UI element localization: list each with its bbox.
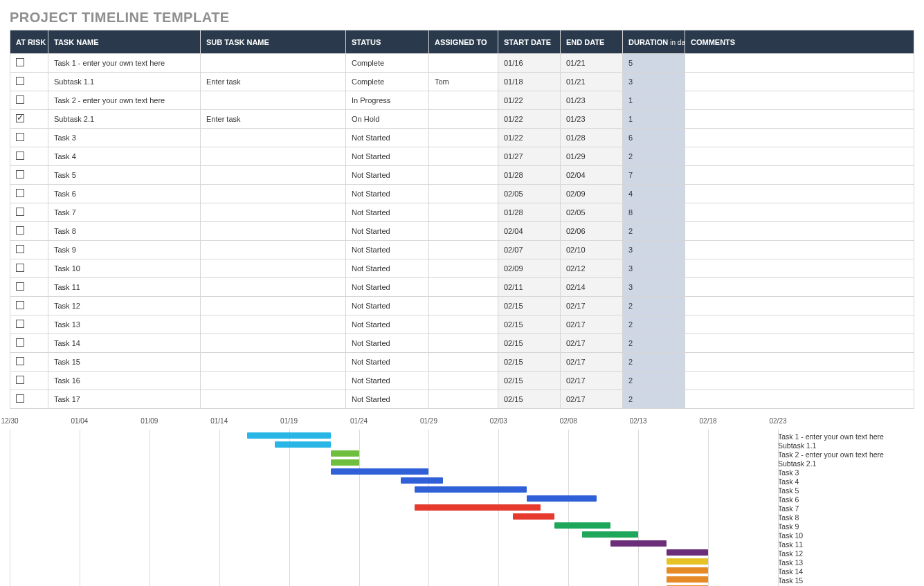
assigned-cell[interactable] [429,185,498,203]
checkbox-icon[interactable] [16,394,24,403]
duration-cell[interactable]: 2 [623,372,685,390]
duration-cell[interactable]: 2 [623,222,685,241]
end-date-cell[interactable]: 02/09 [561,185,623,203]
checkbox-icon[interactable] [16,264,24,272]
checkbox-icon[interactable] [16,114,24,122]
sub-task-cell[interactable] [201,185,346,203]
start-date-cell[interactable]: 02/15 [498,390,561,409]
checkbox-icon[interactable] [16,189,24,197]
assigned-cell[interactable] [429,110,498,129]
assigned-cell[interactable] [429,129,498,147]
sub-task-cell[interactable] [201,91,346,110]
duration-cell[interactable]: 6 [623,129,685,147]
sub-task-cell[interactable] [201,241,346,259]
task-name-cell[interactable]: Task 16 [48,372,201,390]
comments-cell[interactable] [685,353,914,372]
end-date-cell[interactable]: 02/17 [561,353,623,372]
at-risk-cell[interactable] [10,129,48,147]
assigned-cell[interactable] [429,353,498,372]
task-name-cell[interactable]: Task 3 [48,129,201,147]
checkbox-icon[interactable] [16,357,24,365]
end-date-cell[interactable]: 02/17 [561,315,623,334]
status-cell[interactable]: Not Started [346,203,429,222]
task-name-cell[interactable]: Task 4 [48,147,201,166]
assigned-cell[interactable] [429,315,498,334]
end-date-cell[interactable]: 01/21 [561,73,623,91]
at-risk-cell[interactable] [10,259,48,278]
sub-task-cell[interactable] [201,259,346,278]
at-risk-cell[interactable] [10,315,48,334]
comments-cell[interactable] [685,166,914,185]
assigned-cell[interactable] [429,91,498,110]
end-date-cell[interactable]: 01/23 [561,91,623,110]
task-name-cell[interactable]: Task 10 [48,259,201,278]
status-cell[interactable]: Not Started [346,147,429,166]
sub-task-cell[interactable]: Enter task [201,110,346,129]
start-date-cell[interactable]: 02/11 [498,278,561,297]
checkbox-icon[interactable] [16,58,24,66]
sub-task-cell[interactable] [201,372,346,390]
sub-task-cell[interactable] [201,390,346,409]
end-date-cell[interactable]: 02/05 [561,203,623,222]
comments-cell[interactable] [685,222,914,241]
duration-cell[interactable]: 2 [623,315,685,334]
start-date-cell[interactable]: 02/04 [498,222,561,241]
task-name-cell[interactable]: Task 11 [48,278,201,297]
at-risk-cell[interactable] [10,91,48,110]
end-date-cell[interactable]: 02/17 [561,390,623,409]
assigned-cell[interactable] [429,297,498,315]
sub-task-cell[interactable] [201,334,346,353]
checkbox-icon[interactable] [16,170,24,178]
at-risk-cell[interactable] [10,54,48,73]
assigned-cell[interactable] [429,372,498,390]
duration-cell[interactable]: 3 [623,278,685,297]
comments-cell[interactable] [685,203,914,222]
duration-cell[interactable]: 2 [623,297,685,315]
status-cell[interactable]: Not Started [346,222,429,241]
duration-cell[interactable]: 8 [623,203,685,222]
task-name-cell[interactable]: Task 7 [48,203,201,222]
checkbox-icon[interactable] [16,226,24,235]
checkbox-icon[interactable] [16,282,24,291]
duration-cell[interactable]: 7 [623,166,685,185]
start-date-cell[interactable]: 02/15 [498,334,561,353]
comments-cell[interactable] [685,390,914,409]
start-date-cell[interactable]: 01/22 [498,110,561,129]
at-risk-cell[interactable] [10,278,48,297]
comments-cell[interactable] [685,334,914,353]
end-date-cell[interactable]: 02/17 [561,372,623,390]
end-date-cell[interactable]: 02/14 [561,278,623,297]
at-risk-cell[interactable] [10,334,48,353]
task-name-cell[interactable]: Task 6 [48,185,201,203]
at-risk-cell[interactable] [10,353,48,372]
end-date-cell[interactable]: 01/21 [561,54,623,73]
comments-cell[interactable] [685,185,914,203]
start-date-cell[interactable]: 02/09 [498,259,561,278]
start-date-cell[interactable]: 01/16 [498,54,561,73]
duration-cell[interactable]: 3 [623,241,685,259]
start-date-cell[interactable]: 01/28 [498,203,561,222]
start-date-cell[interactable]: 01/22 [498,91,561,110]
status-cell[interactable]: Not Started [346,259,429,278]
end-date-cell[interactable]: 01/23 [561,110,623,129]
at-risk-cell[interactable] [10,372,48,390]
assigned-cell[interactable] [429,54,498,73]
checkbox-icon[interactable] [16,152,24,160]
start-date-cell[interactable]: 02/15 [498,315,561,334]
task-name-cell[interactable]: Task 14 [48,334,201,353]
task-name-cell[interactable]: Task 13 [48,315,201,334]
comments-cell[interactable] [685,91,914,110]
status-cell[interactable]: Not Started [346,315,429,334]
duration-cell[interactable]: 5 [623,54,685,73]
status-cell[interactable]: Not Started [346,353,429,372]
checkbox-icon[interactable] [16,301,24,309]
at-risk-cell[interactable] [10,222,48,241]
task-name-cell[interactable]: Task 17 [48,390,201,409]
comments-cell[interactable] [685,278,914,297]
sub-task-cell[interactable] [201,353,346,372]
sub-task-cell[interactable] [201,166,346,185]
end-date-cell[interactable]: 02/17 [561,334,623,353]
duration-cell[interactable]: 1 [623,110,685,129]
status-cell[interactable]: Not Started [346,334,429,353]
duration-cell[interactable]: 3 [623,73,685,91]
